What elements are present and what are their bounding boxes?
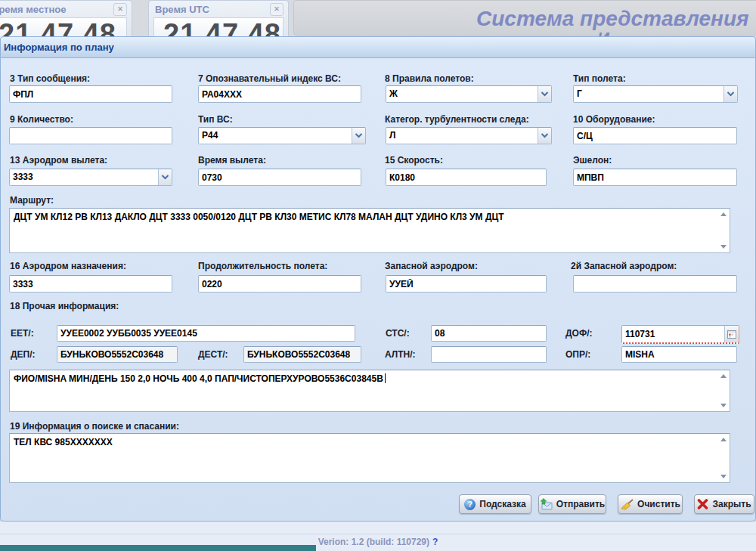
flight-type-select[interactable]: Г	[573, 85, 738, 103]
sts-input[interactable]	[431, 325, 547, 342]
text-cursor	[385, 373, 386, 383]
eet-label: ЕЕТ/:	[11, 328, 34, 339]
other-info-textarea[interactable]: ФИО/MISHA МИН/ДЕНЬ 150 2,0 НОЧЬ 400 4,0 …	[9, 370, 730, 412]
screen: Время местное ✕ 21 47 48 Время UTC ✕ 21 …	[0, 0, 756, 551]
second-alternate-aerodrome-label: 2й Запасной аэродром:	[571, 261, 677, 271]
close-icon[interactable]: ✕	[113, 3, 127, 16]
departure-aerodrome-label: 13 Аэродром вылета:	[10, 155, 107, 166]
msg-type-input[interactable]	[9, 85, 172, 103]
speed-input[interactable]	[386, 169, 547, 186]
opr-input[interactable]	[621, 346, 737, 363]
second-alternate-aerodrome-input[interactable]	[573, 275, 737, 293]
quantity-input[interactable]	[9, 127, 172, 144]
flight-type-label: Тип полета:	[573, 73, 626, 84]
chevron-down-icon[interactable]	[723, 86, 737, 102]
departure-aerodrome-select[interactable]: 3333	[9, 169, 172, 186]
quantity-label: 9 Количество:	[10, 114, 73, 125]
footer: Verion: 1.2 (build: 110729)?	[0, 522, 756, 551]
turbulence-category-value: Л	[386, 128, 538, 144]
scroll-up-icon[interactable]	[720, 438, 727, 441]
speed-label: 15 Скорость:	[385, 155, 443, 166]
flight-rules-label: 8 Правила полетов:	[385, 73, 474, 84]
sar-heading: 19 Информация о поиске и спасании:	[10, 421, 179, 432]
dest-input[interactable]	[243, 346, 361, 363]
sts-label: СТС/:	[386, 328, 410, 339]
dest-label: ДЕСТ/:	[198, 349, 228, 360]
aircraft-type-label: Тип ВС:	[198, 114, 233, 125]
close-button[interactable]: Закрыть	[694, 494, 754, 514]
departure-aerodrome-value: 3333	[10, 169, 158, 185]
destination-aerodrome-label: 16 Аэродром назначения:	[10, 261, 126, 271]
equipment-input[interactable]	[573, 127, 737, 144]
eet-input[interactable]	[57, 325, 355, 342]
route-label: Маршрут:	[10, 195, 54, 206]
dep-input[interactable]	[57, 346, 178, 363]
departure-time-label: Время вылета:	[198, 155, 266, 166]
scroll-up-icon[interactable]	[720, 374, 727, 378]
other-info-text: ФИО/MISHA МИН/ДЕНЬ 150 2,0 НОЧЬ 400 4,0 …	[14, 373, 383, 384]
chevron-down-icon[interactable]	[538, 128, 551, 144]
calendar-icon[interactable]	[724, 326, 739, 342]
departure-time-input[interactable]	[198, 169, 361, 186]
destination-aerodrome-input[interactable]	[9, 275, 172, 293]
sar-textarea[interactable]: ТЕЛ КВС 985ХХХХХХХ	[9, 433, 730, 483]
aircraft-type-value: Р44	[199, 128, 352, 144]
route-textarea[interactable]: ДЦТ УМ КЛ12 РВ КЛ13 ДАКЛО ДЦТ 3333 0050/…	[9, 208, 730, 253]
bottom-bar	[0, 545, 316, 551]
dialog-title: Информация по плану	[0, 36, 756, 58]
level-label: Эшелон:	[573, 155, 612, 166]
other-info-heading: 18 Прочая информация:	[10, 301, 119, 311]
close-x-icon	[697, 499, 708, 509]
opr-label: ОПР/:	[565, 349, 590, 360]
alternate-aerodrome-input[interactable]	[386, 275, 547, 293]
aircraft-type-select[interactable]: Р44	[198, 127, 366, 144]
altn-input[interactable]	[431, 346, 547, 363]
footer-divider	[0, 533, 756, 534]
level-input[interactable]	[573, 169, 737, 186]
flight-duration-label: Продолжительность полета:	[198, 261, 327, 271]
chevron-down-icon[interactable]	[538, 86, 551, 102]
turbulence-category-label: Категор. турбулентности следа:	[385, 114, 529, 125]
send-icon	[540, 498, 553, 510]
dof-label: ДОФ/:	[565, 328, 592, 339]
broom-icon	[620, 499, 634, 510]
route-text: ДЦТ УМ КЛ12 РВ КЛ13 ДАКЛО ДЦТ 3333 0050/…	[14, 212, 504, 222]
hint-button[interactable]: ? Подсказка	[459, 494, 531, 514]
send-button-label: Отправить	[556, 499, 605, 509]
hint-button-label: Подсказка	[479, 499, 525, 509]
sar-text: ТЕЛ КВС 985ХХХХХХХ	[14, 437, 113, 447]
dof-field	[621, 325, 739, 344]
scroll-up-icon[interactable]	[720, 212, 727, 216]
dep-label: ДЕП/:	[11, 349, 36, 360]
help-icon: ?	[464, 499, 476, 510]
flight-rules-select[interactable]: Ж	[386, 85, 552, 103]
flight-duration-input[interactable]	[198, 275, 361, 293]
altn-label: АЛТН/:	[385, 349, 416, 360]
msg-type-label: 3 Тип сообщения:	[10, 73, 90, 84]
alternate-aerodrome-label: Запасной аэродром:	[385, 261, 478, 271]
scroll-down-icon[interactable]	[720, 404, 727, 407]
version-help-link[interactable]: ?	[432, 537, 438, 547]
close-button-label: Закрыть	[712, 499, 751, 509]
local-time-panel-title: Время местное	[0, 4, 67, 15]
dof-input[interactable]	[622, 326, 724, 342]
aircraft-id-input[interactable]	[198, 85, 361, 103]
clear-button[interactable]: Очистить	[618, 494, 683, 514]
equipment-label: 10 Оборудование:	[573, 114, 655, 125]
flight-type-value: Г	[574, 86, 723, 102]
scroll-down-icon[interactable]	[720, 245, 727, 249]
clear-button-label: Очистить	[637, 499, 680, 509]
turbulence-category-select[interactable]: Л	[386, 127, 552, 144]
aircraft-id-label: 7 Опознавательный индекс ВС:	[198, 73, 341, 84]
send-button[interactable]: Отправить	[538, 494, 606, 514]
flight-rules-value: Ж	[386, 86, 538, 102]
chevron-down-icon[interactable]	[158, 169, 172, 185]
utc-time-panel-title: Время UTC	[155, 4, 209, 15]
scroll-down-icon[interactable]	[720, 475, 727, 478]
close-icon[interactable]: ✕	[270, 3, 284, 16]
app-title: Система представления	[476, 7, 749, 31]
chevron-down-icon[interactable]	[352, 128, 365, 144]
version-label: Verion: 1.2 (build: 110729)	[318, 537, 429, 547]
